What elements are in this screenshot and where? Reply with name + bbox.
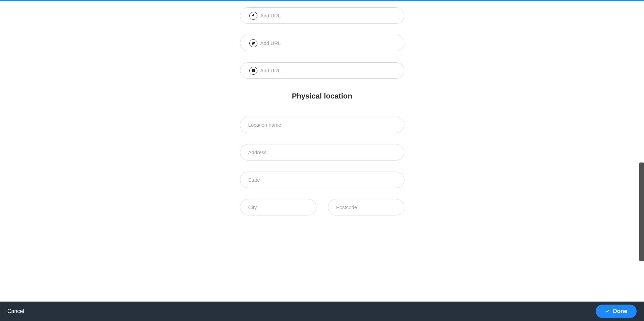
- facebook-url-input[interactable]: [240, 7, 404, 24]
- state-input[interactable]: [240, 172, 404, 188]
- check-icon: [605, 309, 610, 314]
- postcode-group: [328, 199, 404, 215]
- address-input[interactable]: [240, 144, 404, 160]
- state-group: [240, 172, 404, 188]
- twitter-icon: [249, 39, 257, 47]
- twitter-url-group: [240, 35, 404, 51]
- city-group: [240, 199, 316, 215]
- postcode-input[interactable]: [328, 199, 404, 215]
- physical-location-title: Physical location: [240, 92, 404, 101]
- city-input[interactable]: [240, 199, 316, 215]
- facebook-url-group: [240, 7, 404, 24]
- instagram-url-input[interactable]: [240, 62, 404, 79]
- form-content: Physical location: [0, 1, 644, 302]
- city-postcode-row: [240, 199, 404, 227]
- done-button[interactable]: Done: [596, 305, 637, 318]
- location-name-group: [240, 117, 404, 133]
- instagram-url-group: [240, 62, 404, 79]
- location-name-input[interactable]: [240, 117, 404, 133]
- twitter-url-input[interactable]: [240, 35, 404, 51]
- instagram-icon: [249, 67, 257, 75]
- address-group: [240, 144, 404, 160]
- form-container: Physical location: [240, 7, 404, 227]
- facebook-icon: [249, 12, 257, 20]
- done-button-label: Done: [613, 308, 628, 315]
- footer-bar: Cancel Done: [0, 302, 644, 321]
- cancel-button[interactable]: Cancel: [7, 308, 24, 314]
